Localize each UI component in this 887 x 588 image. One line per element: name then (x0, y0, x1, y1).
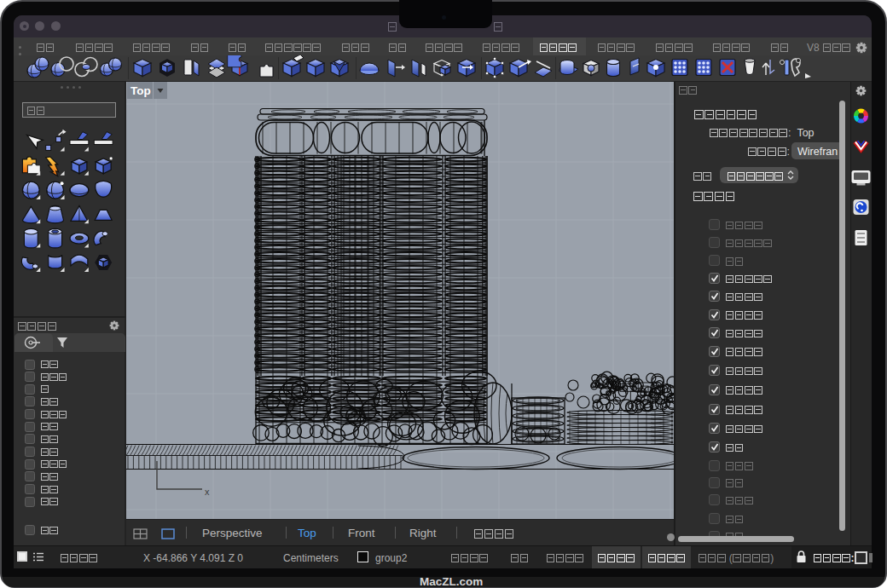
svg-text:x: x (205, 487, 210, 497)
svg-text:Top: Top (130, 84, 151, 97)
